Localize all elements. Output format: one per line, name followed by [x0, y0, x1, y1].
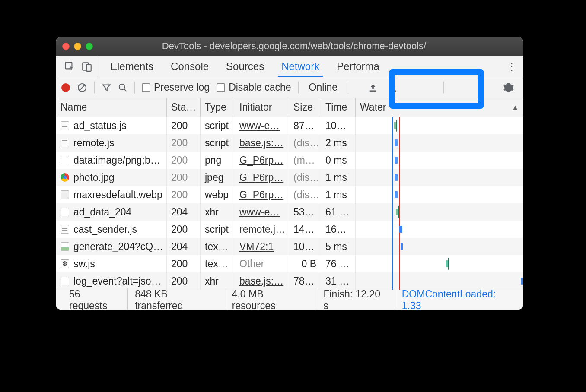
cell-initiator[interactable]: base.js:… [235, 272, 289, 290]
table-row[interactable]: ad_data_204204xhrwww-e…53…61 … [56, 203, 523, 221]
cell-type: tex… [201, 238, 235, 255]
filter-icon[interactable] [102, 83, 111, 92]
cell-type: xhr [201, 203, 235, 221]
cell-waterfall [356, 152, 523, 169]
svg-rect-2 [86, 64, 91, 71]
cell-initiator[interactable]: remote.j… [235, 221, 289, 238]
cell-time: 5 ms [321, 238, 356, 255]
cell-initiator[interactable]: base.js:… [235, 134, 289, 152]
search-icon[interactable] [118, 83, 127, 92]
cell-size: 0 B [289, 255, 321, 272]
svg-line-4 [79, 85, 85, 91]
disable-cache-label: Disable cache [229, 82, 291, 93]
cell-initiator[interactable]: G_P6rp… [235, 169, 289, 186]
tab-network[interactable]: Network [273, 56, 328, 77]
cell-time: 2 ms [321, 134, 356, 152]
file-icon: ✽ [61, 259, 69, 268]
file-icon [61, 139, 69, 147]
cell-initiator[interactable]: www-e… [235, 203, 289, 221]
panel-tabs-bar: ElementsConsoleSourcesNetworkPerforma ⋮ [56, 56, 523, 77]
col-size[interactable]: Size [289, 98, 321, 117]
titlebar: DevTools - developers.google.com/web/too… [56, 37, 523, 56]
cell-name: ad_status.js [73, 120, 127, 132]
settings-gear-icon[interactable] [500, 82, 518, 93]
cell-type: script [201, 134, 235, 152]
cell-initiator[interactable]: www-e… [235, 117, 289, 134]
cell-initiator[interactable]: G_P6rp… [235, 186, 289, 203]
tab-performa[interactable]: Performa [328, 56, 388, 77]
cell-status: 204 [167, 203, 201, 221]
download-icon[interactable] [388, 83, 398, 92]
more-tabs-icon[interactable]: ⋮ [504, 56, 519, 77]
table-row[interactable]: photo.jpg200jpegG_P6rp…(dis…1 ms [56, 169, 523, 186]
tab-console[interactable]: Console [162, 56, 217, 77]
table-row[interactable]: remote.js200scriptbase.js:…(dis…2 ms [56, 134, 523, 152]
status-resources: 4.0 MB resources [225, 288, 317, 310]
clear-button[interactable] [77, 82, 87, 93]
upload-icon[interactable] [368, 83, 378, 92]
disable-cache-checkbox[interactable]: Disable cache [217, 82, 291, 93]
preserve-log-checkbox[interactable]: Preserve log [142, 82, 210, 93]
cell-size: 87… [289, 117, 321, 134]
cell-waterfall [356, 238, 523, 255]
tab-elements[interactable]: Elements [102, 56, 162, 77]
cell-status: 200 [167, 221, 201, 238]
col-name[interactable]: Name [56, 98, 167, 117]
cell-initiator[interactable]: Other [235, 255, 289, 272]
status-domcontentloaded: DOMContentLoaded: 1.33 [395, 288, 517, 310]
close-window-button[interactable] [62, 43, 70, 50]
table-row[interactable]: data:image/png;b…200pngG_P6rp…(m…0 ms [56, 152, 523, 169]
file-icon [61, 121, 69, 130]
cell-size: (m… [289, 152, 321, 169]
cell-time: 0 ms [321, 152, 356, 169]
file-icon [61, 242, 69, 251]
cell-time: 10… [321, 117, 356, 134]
cell-name: cast_sender.js [73, 224, 137, 235]
table-row[interactable]: log_event?alt=jso…200xhrbase.js:…78…31 … [56, 272, 523, 290]
cell-status: 200 [167, 169, 201, 186]
cell-status: 200 [167, 152, 201, 169]
file-icon [61, 173, 69, 182]
svg-rect-7 [370, 90, 376, 92]
tab-sources[interactable]: Sources [217, 56, 273, 77]
cell-size: (dis… [289, 169, 321, 186]
throttle-select[interactable]: Online [306, 82, 341, 93]
cell-size: 78… [289, 272, 321, 290]
col-type[interactable]: Type [201, 98, 235, 117]
device-toggle-icon[interactable] [81, 61, 92, 72]
table-row[interactable]: cast_sender.js200scriptremote.j…14…16… [56, 221, 523, 238]
cell-size: 14… [289, 221, 321, 238]
col-time[interactable]: Time [321, 98, 356, 117]
inspect-element-icon[interactable] [64, 61, 75, 72]
cell-time: 16… [321, 221, 356, 238]
cell-type: jpeg [201, 169, 235, 186]
cell-status: 200 [167, 272, 201, 290]
cell-type: webp [201, 186, 235, 203]
table-row[interactable]: ad_status.js200scriptwww-e…87…10… [56, 117, 523, 134]
col-initiator[interactable]: Initiator [235, 98, 289, 117]
cell-name: maxresdefault.webp [73, 189, 162, 201]
cell-waterfall [356, 186, 523, 203]
table-row[interactable]: ✽sw.js200tex…Other0 B76 … [56, 255, 523, 272]
table-row[interactable]: maxresdefault.webp200webpG_P6rp…(dis…1 m… [56, 186, 523, 203]
preserve-log-label: Preserve log [154, 82, 210, 93]
zoom-window-button[interactable] [86, 43, 93, 50]
record-button[interactable] [61, 83, 70, 92]
cell-name: photo.jpg [73, 172, 115, 183]
cell-status: 200 [167, 117, 201, 134]
cell-waterfall [356, 169, 523, 186]
cell-type: script [201, 117, 235, 134]
minimize-window-button[interactable] [74, 43, 81, 50]
col-status[interactable]: Sta… [167, 98, 201, 117]
cell-initiator[interactable]: G_P6rp… [235, 152, 289, 169]
status-finish: Finish: 12.20 s [316, 288, 395, 310]
col-waterfall[interactable]: Water ▲ [356, 98, 523, 117]
cell-name: generate_204?cQ… [73, 241, 163, 253]
cell-type: xhr [201, 272, 235, 290]
cell-name: ad_data_204 [73, 206, 131, 218]
devtools-window: DevTools - developers.google.com/web/too… [56, 37, 523, 310]
cell-status: 200 [167, 255, 201, 272]
cell-initiator[interactable]: VM72:1 [235, 238, 289, 255]
table-row[interactable]: generate_204?cQ…204tex…VM72:110…5 ms [56, 238, 523, 255]
file-icon [61, 225, 69, 234]
